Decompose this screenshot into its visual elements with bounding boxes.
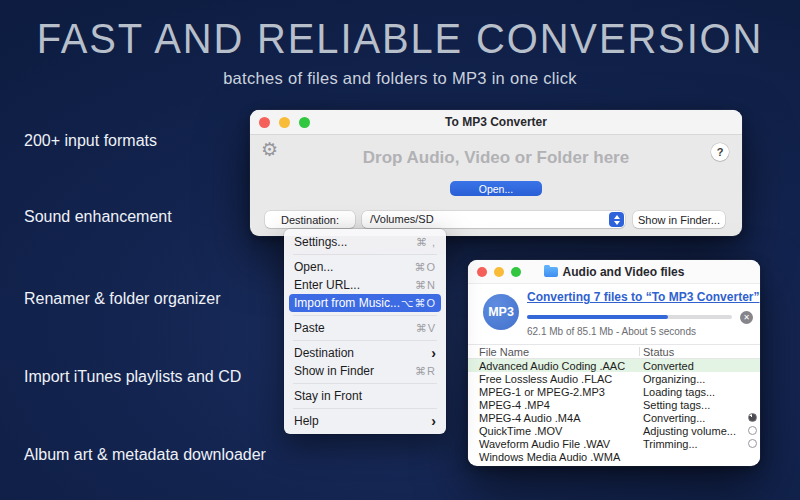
status-cell: Adjusting volume...	[643, 425, 736, 437]
feature-album-art: Album art & metadata downloader	[24, 446, 266, 464]
progress-bar	[527, 315, 732, 319]
column-header-file-name: File Name	[468, 346, 643, 358]
feature-renamer-organizer: Renamer & folder organizer	[24, 290, 221, 308]
table-header: File Name Status	[468, 344, 760, 359]
table-row[interactable]: MPEG-4 Audio .M4A Converting...	[468, 411, 760, 424]
destination-button[interactable]: Destination:	[265, 211, 355, 228]
file-name-cell: MPEG-4 Audio .M4A	[468, 412, 643, 424]
close-button[interactable]	[477, 267, 487, 277]
main-window: To MP3 Converter ⚙ ? Drop Audio, Video o…	[250, 110, 742, 236]
row-progress-icon	[748, 413, 757, 422]
cancel-button[interactable]: ✕	[740, 311, 753, 324]
status-cell: Converted	[643, 360, 694, 372]
menu-item-label: Stay in Front	[294, 389, 362, 403]
row-progress-icon	[748, 452, 757, 461]
progress-window-content: MP3 Converting 7 files to “To MP3 Conver…	[468, 284, 760, 466]
progress-bar-fill	[527, 315, 668, 319]
progress-stats: 62.1 Mb of 85.1 Mb - About 5 seconds	[527, 326, 696, 337]
menu-item-show-in-finder[interactable]: Show in Finder ⌘R	[284, 362, 446, 380]
menu-item-label: Destination	[294, 346, 354, 360]
menu-item-label: Help	[294, 414, 319, 428]
menu-item-help[interactable]: Help ›	[284, 412, 446, 430]
mp3-badge: MP3	[483, 294, 519, 330]
progress-window: Audio and Video files MP3 Converting 7 f…	[468, 260, 760, 466]
table-row[interactable]: Windows Media Audio .WMA	[468, 450, 760, 463]
row-progress-icon	[748, 387, 757, 396]
page-subtitle: batches of files and folders to MP3 in o…	[0, 69, 800, 88]
stepper-icon	[609, 212, 624, 227]
menu-item-shortcut: ⌥⌘O	[401, 297, 436, 310]
status-cell: Setting tags...	[643, 399, 710, 411]
status-cell: Converting...	[643, 412, 705, 424]
file-name-cell: MPEG-4 .MP4	[468, 399, 643, 411]
menu-item-label: Show in Finder	[294, 364, 374, 378]
menu-item-label: Import from Music...	[294, 296, 400, 310]
context-menu: Settings... ⌘ , Open... ⌘O Enter URL... …	[284, 229, 446, 434]
table-row[interactable]: QuickTime .MOV Adjusting volume...	[468, 424, 760, 437]
status-cell: Trimming...	[643, 438, 698, 450]
file-name-cell: Advanced Audio Coding .AAC	[468, 360, 643, 372]
feature-itunes-import: Import iTunes playlists and CD	[24, 368, 241, 386]
submenu-chevron-icon: ›	[431, 346, 436, 360]
menu-item-label: Paste	[294, 321, 325, 335]
menu-item-stay-in-front[interactable]: Stay in Front	[284, 387, 446, 405]
close-button[interactable]	[259, 117, 270, 128]
page-title: FAST AND RELIABLE CONVERSION	[20, 15, 780, 63]
menu-item-enter-url[interactable]: Enter URL... ⌘N	[284, 276, 446, 294]
zoom-button[interactable]	[299, 117, 310, 128]
progress-window-title: Audio and Video files	[544, 265, 685, 279]
menu-separator	[293, 340, 437, 341]
row-progress-icon	[748, 426, 757, 435]
minimize-button[interactable]	[279, 117, 290, 128]
destination-select[interactable]: /Volumes/SD	[362, 211, 625, 228]
screenshot-root: FAST AND RELIABLE CONVERSION batches of …	[0, 0, 800, 500]
table-row[interactable]: MPEG-1 or MPEG-2.MP3 Loading tags...	[468, 385, 760, 398]
menu-item-shortcut: ⌘V	[416, 322, 436, 335]
table-row[interactable]: Advanced Audio Coding .AAC Converted	[468, 359, 760, 372]
progress-window-titlebar: Audio and Video files	[468, 260, 760, 284]
status-cell: Loading tags...	[643, 386, 715, 398]
menu-separator	[293, 383, 437, 384]
table-row[interactable]: MPEG-4 .MP4 Setting tags...	[468, 398, 760, 411]
drop-zone[interactable]: ⚙ ? Drop Audio, Video or Folder here Ope…	[250, 136, 742, 236]
file-table: File Name Status Advanced Audio Coding .…	[468, 344, 760, 466]
menu-item-shortcut: ⌘O	[414, 261, 436, 274]
menu-item-paste[interactable]: Paste ⌘V	[284, 319, 446, 337]
menu-item-destination[interactable]: Destination ›	[284, 344, 446, 362]
menu-item-shortcut: ⌘ ,	[416, 236, 436, 249]
destination-path: /Volumes/SD	[370, 213, 434, 225]
main-window-title: To MP3 Converter	[445, 115, 547, 129]
file-name-cell: MPEG-1 or MPEG-2.MP3	[468, 386, 643, 398]
menu-separator	[293, 254, 437, 255]
converting-link[interactable]: Converting 7 files to “To MP3 Converter”	[527, 290, 759, 304]
row-progress-icon	[748, 374, 757, 383]
menu-item-open[interactable]: Open... ⌘O	[284, 258, 446, 276]
menu-item-settings[interactable]: Settings... ⌘ ,	[284, 233, 446, 251]
table-row[interactable]: Waveform Audio File .WAV Trimming...	[468, 437, 760, 450]
zoom-button[interactable]	[511, 267, 521, 277]
column-divider	[639, 347, 640, 356]
feature-input-formats: 200+ input formats	[24, 132, 157, 150]
menu-item-label: Open...	[294, 260, 333, 274]
open-button[interactable]: Open...	[450, 181, 542, 196]
menu-item-shortcut: ⌘N	[415, 279, 436, 292]
row-progress-icon	[748, 400, 757, 409]
menu-item-shortcut: ⌘R	[415, 365, 436, 378]
column-header-status: Status	[643, 346, 674, 358]
menu-item-label: Settings...	[294, 235, 347, 249]
show-in-finder-button[interactable]: Show in Finder...	[633, 211, 725, 228]
folder-icon	[544, 267, 558, 277]
menu-separator	[293, 408, 437, 409]
table-row[interactable]: Free Lossless Audio .FLAC Organizing...	[468, 372, 760, 385]
file-name-cell: Windows Media Audio .WMA	[468, 451, 643, 463]
menu-item-import-from-music[interactable]: Import from Music... ⌥⌘O	[289, 294, 441, 312]
drop-zone-hint: Drop Audio, Video or Folder here	[250, 148, 742, 168]
file-name-cell: Waveform Audio File .WAV	[468, 438, 643, 450]
minimize-button[interactable]	[494, 267, 504, 277]
menu-separator	[293, 315, 437, 316]
main-window-titlebar: To MP3 Converter	[250, 110, 742, 135]
file-name-cell: QuickTime .MOV	[468, 425, 643, 437]
row-progress-icon	[748, 439, 757, 448]
row-progress-icon	[748, 361, 757, 370]
file-name-cell: Free Lossless Audio .FLAC	[468, 373, 643, 385]
